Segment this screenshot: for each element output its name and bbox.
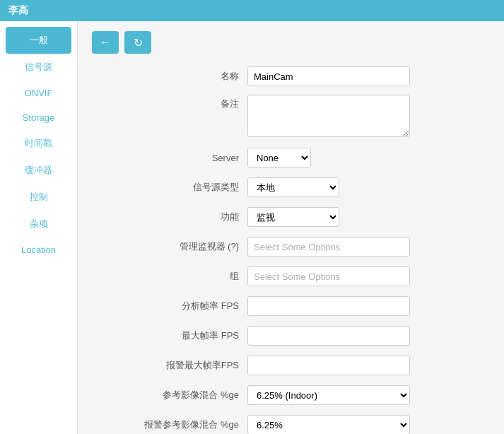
sidebar-item-location[interactable]: Location bbox=[0, 237, 77, 262]
max-fps-row: 最大帧率 FPS bbox=[92, 324, 490, 347]
alarm-ref-mix-label: 报警参考影像混合 %ge bbox=[92, 418, 247, 431]
monitor-label: 管理监视器 (?) bbox=[92, 240, 247, 253]
sidebar-item-signal[interactable]: 信号源 bbox=[0, 54, 77, 81]
app-title: 李高 bbox=[8, 4, 28, 17]
analysis-fps-label: 分析帧率 FPS bbox=[92, 300, 247, 312]
sidebar-item-control[interactable]: 控制 bbox=[0, 184, 77, 211]
group-row: 组 Select Some Options bbox=[92, 265, 490, 288]
sidebar-item-general[interactable]: 一般 bbox=[6, 27, 71, 54]
monitor-row: 管理监视器 (?) Select Some Options bbox=[92, 235, 490, 258]
sidebar-item-misc[interactable]: 杂项 bbox=[0, 211, 77, 237]
max-fps-input[interactable] bbox=[247, 326, 410, 346]
alarm-ref-mix-select[interactable]: 6.25% 12.5% 25% 50% bbox=[247, 415, 410, 434]
back-button[interactable]: ← bbox=[92, 31, 119, 54]
alarm-fps-input[interactable] bbox=[247, 356, 410, 375]
refresh-button[interactable]: ↻ bbox=[124, 31, 151, 54]
sidebar-item-timestamp[interactable]: 时间戳 bbox=[0, 130, 77, 157]
back-icon: ← bbox=[100, 36, 111, 49]
ref-mix-label: 参考影像混合 %ge bbox=[92, 389, 247, 401]
notes-row: 备注 bbox=[92, 95, 490, 139]
alarm-fps-label: 报警最大帧率FPS bbox=[92, 359, 247, 372]
name-label: 名称 bbox=[92, 70, 247, 83]
toolbar: ← ↻ bbox=[92, 31, 490, 54]
function-label: 功能 bbox=[92, 211, 247, 223]
function-select[interactable]: 监视 bbox=[247, 207, 339, 227]
server-label: Server bbox=[92, 153, 247, 163]
max-fps-label: 最大帧率 FPS bbox=[92, 329, 247, 342]
form: 名称 备注 Server None 信号源 bbox=[92, 65, 490, 434]
main-content: ← ↻ 名称 备注 Server bbox=[78, 21, 504, 434]
sidebar-item-buffer[interactable]: 缓冲器 bbox=[0, 157, 77, 184]
group-select[interactable]: Select Some Options bbox=[247, 266, 410, 286]
analysis-fps-input[interactable] bbox=[247, 296, 410, 316]
name-input[interactable] bbox=[247, 66, 410, 86]
alarm-ref-mix-row: 报警参考影像混合 %ge 6.25% 12.5% 25% 50% bbox=[92, 414, 490, 434]
notes-input[interactable] bbox=[247, 95, 410, 137]
group-label: 组 bbox=[92, 270, 247, 283]
refresh-icon: ↻ bbox=[134, 36, 143, 49]
ref-mix-row: 参考影像混合 %ge 6.25% (Indoor) 12.5% 25% 50% bbox=[92, 384, 490, 406]
alarm-fps-row: 报警最大帧率FPS bbox=[92, 354, 490, 377]
source-type-row: 信号源类型 本地 bbox=[92, 176, 490, 199]
name-row: 名称 bbox=[92, 65, 490, 88]
source-type-label: 信号源类型 bbox=[92, 181, 247, 194]
source-type-select[interactable]: 本地 bbox=[247, 177, 339, 197]
sidebar-item-onvif[interactable]: ONVIF bbox=[0, 81, 77, 105]
server-select[interactable]: None bbox=[247, 148, 311, 168]
function-row: 功能 监视 bbox=[92, 206, 490, 228]
sidebar: 一般 信号源 ONVIF Storage 时间戳 缓冲器 控制 杂项 Locat… bbox=[0, 21, 78, 434]
notes-label: 备注 bbox=[92, 95, 247, 110]
sidebar-item-storage[interactable]: Storage bbox=[0, 105, 77, 130]
ref-mix-select[interactable]: 6.25% (Indoor) 12.5% 25% 50% bbox=[247, 385, 410, 405]
server-row: Server None bbox=[92, 146, 490, 169]
analysis-fps-row: 分析帧率 FPS bbox=[92, 295, 490, 317]
monitor-select[interactable]: Select Some Options bbox=[247, 237, 410, 257]
